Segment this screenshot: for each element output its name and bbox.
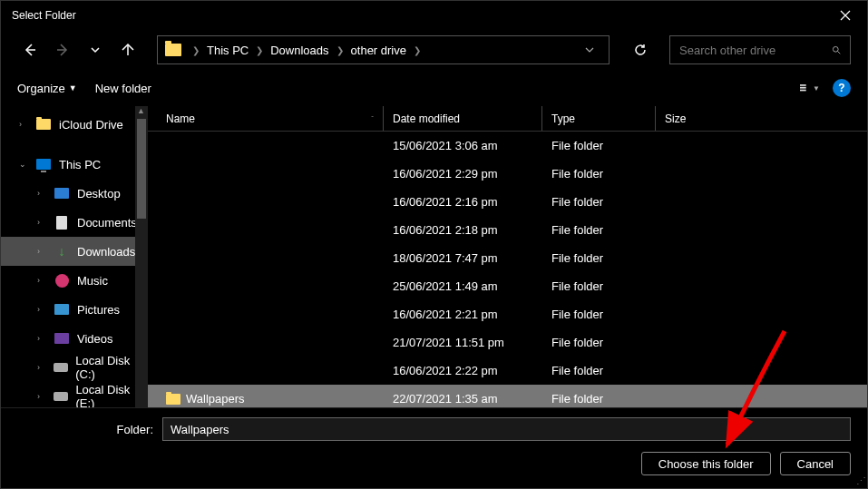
cell-type: File folder <box>542 279 656 293</box>
chevron-right-icon: › <box>37 247 46 256</box>
cell-date: 16/06/2021 2:21 pm <box>384 308 542 321</box>
breadcrumb-item[interactable]: This PC <box>207 44 249 57</box>
column-header-type[interactable]: Type <box>542 106 656 131</box>
help-icon: ? <box>838 82 844 94</box>
table-row[interactable]: Wallpapers22/07/2021 1:35 amFile folder <box>148 385 867 407</box>
table-row[interactable]: 25/06/2021 1:49 amFile folder <box>148 272 867 300</box>
folder-name-input[interactable] <box>162 417 851 441</box>
sidebar-item-videos[interactable]: ›Videos <box>1 324 148 353</box>
dialog-title: Select Folder <box>12 9 834 22</box>
column-header-name[interactable]: Nameˆ <box>148 106 384 131</box>
forward-button[interactable] <box>50 37 75 63</box>
cell-type: File folder <box>542 223 656 237</box>
back-button[interactable] <box>17 37 43 63</box>
breadcrumb[interactable]: ❯ This PC ❯ Downloads ❯ other drive ❯ <box>157 35 610 64</box>
sidebar-item-label: Music <box>77 274 108 288</box>
rows-container: 15/06/2021 3:06 amFile folder16/06/2021 … <box>148 132 867 407</box>
cell-type: File folder <box>542 167 656 181</box>
cell-date: 16/06/2021 2:18 pm <box>384 223 542 237</box>
chevron-right-icon: ❯ <box>333 45 347 55</box>
sidebar-item-label: This PC <box>59 158 101 171</box>
downloads-icon: ↓ <box>54 243 70 259</box>
table-row[interactable]: 16/06/2021 2:22 pmFile folder <box>148 357 867 385</box>
cell-date: 16/06/2021 2:22 pm <box>384 364 542 377</box>
chevron-right-icon: › <box>37 334 46 343</box>
pictures-icon <box>54 301 70 318</box>
pc-icon <box>35 156 52 172</box>
list-view-icon <box>800 82 809 94</box>
refresh-icon <box>633 43 648 57</box>
breadcrumb-dropdown[interactable] <box>578 44 601 57</box>
table-row[interactable]: 16/06/2021 2:18 pmFile folder <box>148 216 867 244</box>
chevron-down-icon <box>585 45 594 54</box>
cell-date: 21/07/2021 11:51 pm <box>384 336 542 349</box>
breadcrumb-item[interactable]: Downloads <box>270 44 328 57</box>
sidebar-item-documents[interactable]: ›Documents <box>1 208 148 237</box>
new-folder-button[interactable]: New folder <box>95 82 151 95</box>
close-icon <box>840 10 851 21</box>
help-button[interactable]: ? <box>833 79 851 97</box>
choose-folder-button[interactable]: Choose this folder <box>641 452 771 475</box>
sidebar-item-icloud-drive[interactable]: ›iCloud Drive <box>1 110 148 139</box>
search-box[interactable] <box>669 35 851 64</box>
folder-icon <box>166 394 180 405</box>
folder-icon <box>35 116 52 132</box>
svg-rect-6 <box>800 87 806 89</box>
cell-type: File folder <box>542 392 656 406</box>
sidebar-item-this-pc[interactable]: ⌄This PC <box>1 150 148 179</box>
navbar: ❯ This PC ❯ Downloads ❯ other drive ❯ <box>1 30 867 70</box>
chevron-right-icon: ❯ <box>189 45 203 55</box>
svg-rect-7 <box>800 90 806 92</box>
column-header-date[interactable]: Date modified <box>384 106 542 131</box>
cell-type: File folder <box>542 195 656 209</box>
organize-label: Organize <box>17 82 65 95</box>
up-button[interactable] <box>115 37 141 63</box>
cancel-button[interactable]: Cancel <box>780 452 851 475</box>
sidebar-scrollbar[interactable]: ▲ <box>135 106 148 407</box>
breadcrumb-item[interactable]: other drive <box>351 44 406 57</box>
organize-button[interactable]: Organize ▼ <box>17 82 77 95</box>
cell-type: File folder <box>542 308 656 321</box>
sidebar: ▲ ›iCloud Drive⌄This PC›Desktop›Document… <box>1 106 148 407</box>
chevron-right-icon: › <box>37 305 46 314</box>
cell-type: File folder <box>542 364 656 377</box>
cell-name: Wallpapers <box>148 392 384 406</box>
scrollbar-thumb[interactable] <box>137 119 146 219</box>
chevron-right-icon: › <box>19 120 28 129</box>
caret-down-icon: ▼ <box>69 83 77 93</box>
titlebar: Select Folder <box>1 1 867 30</box>
chevron-right-icon: ❯ <box>252 45 267 55</box>
cell-type: File folder <box>542 139 656 152</box>
sidebar-item-local-disk-c-[interactable]: ›Local Disk (C:) <box>1 353 148 382</box>
svg-point-3 <box>833 46 838 52</box>
search-input[interactable] <box>679 44 832 57</box>
recent-dropdown[interactable] <box>83 37 108 63</box>
sidebar-item-local-disk-e-[interactable]: ›Local Disk (E:) <box>1 382 148 407</box>
chevron-down-icon: ⌄ <box>19 160 28 169</box>
close-button[interactable] <box>834 5 856 26</box>
table-row[interactable]: 16/06/2021 2:16 pmFile folder <box>148 188 867 216</box>
documents-icon <box>54 214 70 230</box>
table-row[interactable]: 15/06/2021 3:06 amFile folder <box>148 132 867 160</box>
sidebar-item-desktop[interactable]: ›Desktop <box>1 179 148 208</box>
column-header-size[interactable]: Size <box>656 106 746 131</box>
table-row[interactable]: 21/07/2021 11:51 pmFile folder <box>148 328 867 357</box>
table-row[interactable]: 18/06/2021 7:47 pmFile folder <box>148 244 867 272</box>
arrow-left-icon <box>23 43 37 57</box>
resize-grip-icon[interactable]: ⋰ <box>856 475 866 487</box>
sort-indicator-icon: ˆ <box>371 114 374 122</box>
sidebar-item-label: Videos <box>77 332 113 346</box>
sidebar-item-pictures[interactable]: ›Pictures <box>1 295 148 324</box>
sidebar-item-music[interactable]: ›Music <box>1 266 148 295</box>
sidebar-item-label: Downloads <box>77 245 135 259</box>
sidebar-item-label: Desktop <box>77 187 121 200</box>
cell-date: 25/06/2021 1:49 am <box>384 279 542 293</box>
view-options-button[interactable]: ▼ <box>800 78 820 98</box>
disk-icon <box>53 359 68 376</box>
table-row[interactable]: 16/06/2021 2:29 pmFile folder <box>148 160 867 188</box>
sidebar-item-downloads[interactable]: ›↓Downloads <box>1 237 148 266</box>
chevron-down-icon <box>90 44 101 55</box>
cell-date: 15/06/2021 3:06 am <box>384 139 542 152</box>
refresh-button[interactable] <box>626 35 655 64</box>
table-row[interactable]: 16/06/2021 2:21 pmFile folder <box>148 300 867 328</box>
